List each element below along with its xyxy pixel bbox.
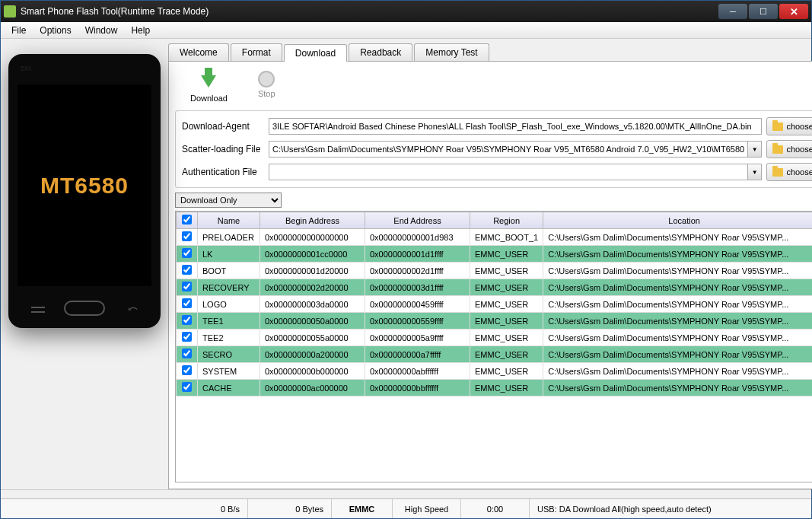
cell-end: 0x00000000bbffffff — [365, 380, 470, 396]
cell-name: LOGO — [198, 296, 260, 313]
cell-location: C:\Users\Gsm Dalim\Documents\SYMPHONY Ro… — [543, 229, 812, 246]
phone-illustration: BM MT6580 ⤺ — [8, 54, 161, 328]
menu-help[interactable]: Help — [125, 24, 156, 37]
table-row[interactable]: LOGO0x0000000003da00000x000000000459ffff… — [177, 296, 813, 313]
cell-location: C:\Users\Gsm Dalim\Documents\SYMPHONY Ro… — [543, 246, 812, 263]
header-begin[interactable]: Begin Address — [260, 212, 365, 229]
cell-name: LK — [198, 246, 260, 263]
row-checkbox[interactable] — [182, 365, 192, 375]
stop-button[interactable]: Stop — [258, 71, 275, 103]
da-input[interactable]: 3ILE SOFTAR\Android Based Chinese Phones… — [269, 118, 762, 135]
check-all[interactable] — [182, 215, 192, 224]
download-label: Download — [190, 94, 228, 103]
phone-home-icon — [64, 301, 105, 316]
table-row[interactable]: SECRO0x000000000a2000000x000000000a7ffff… — [177, 346, 813, 363]
download-button[interactable]: Download — [190, 71, 228, 103]
row-scatter: Scatter-loading File C:\Users\Gsm Dalim\… — [182, 140, 812, 158]
window-controls: ─ ☐ ✕ — [718, 4, 808, 19]
row-checkbox[interactable] — [182, 315, 192, 325]
row-checkbox[interactable] — [182, 349, 192, 358]
folder-icon — [772, 145, 783, 154]
window-title: Smart Phone Flash Tool(Runtime Trace Mod… — [21, 6, 718, 17]
cell-end: 0x000000000559ffff — [365, 313, 470, 330]
menu-file[interactable]: File — [5, 24, 32, 37]
table-row[interactable]: LK0x0000000001cc00000x0000000001d1ffffEM… — [177, 246, 813, 263]
left-pane: BM MT6580 ⤺ — [1, 39, 168, 489]
cell-begin: 0x0000000003da0000 — [260, 296, 365, 313]
right-pane: Welcome Format Download Readback Memory … — [168, 39, 812, 489]
da-choose-button[interactable]: choose — [766, 117, 812, 135]
table-row[interactable]: SYSTEM0x000000000b0000000x00000000abffff… — [177, 363, 813, 380]
choose-label: choose — [786, 145, 812, 154]
header-name[interactable]: Name — [198, 212, 260, 229]
cell-location: C:\Users\Gsm Dalim\Documents\SYMPHONY Ro… — [543, 346, 812, 363]
row-checkbox[interactable] — [182, 282, 192, 291]
cell-location: C:\Users\Gsm Dalim\Documents\SYMPHONY Ro… — [543, 380, 812, 396]
cell-begin: 0x0000000001cc0000 — [260, 246, 365, 263]
close-button[interactable]: ✕ — [779, 4, 808, 19]
cell-region: EMMC_USER — [470, 263, 543, 279]
tab-format[interactable]: Format — [231, 43, 282, 61]
auth-choose-button[interactable]: choose — [766, 163, 812, 181]
cell-begin: 0x00000000055a0000 — [260, 330, 365, 346]
cell-name: SYSTEM — [198, 363, 260, 380]
cell-location: C:\Users\Gsm Dalim\Documents\SYMPHONY Ro… — [543, 296, 812, 313]
titlebar[interactable]: Smart Phone Flash Tool(Runtime Trace Mod… — [1, 1, 811, 22]
da-label: Download-Agent — [182, 121, 264, 132]
menu-window[interactable]: Window — [79, 24, 124, 37]
table-row[interactable]: RECOVERY0x0000000002d200000x0000000003d1… — [177, 279, 813, 296]
row-checkbox[interactable] — [182, 248, 192, 258]
auth-input[interactable] — [269, 164, 748, 180]
tab-memory-test[interactable]: Memory Test — [414, 43, 489, 61]
cell-begin: 0x000000000b000000 — [260, 363, 365, 380]
mode-select[interactable]: Download Only — [175, 193, 282, 208]
table-row[interactable]: BOOT0x0000000001d200000x0000000002d1ffff… — [177, 263, 813, 279]
auth-dropdown-button[interactable]: ▼ — [748, 164, 762, 180]
status-storage: EMMC — [332, 499, 393, 518]
tab-readback[interactable]: Readback — [349, 43, 412, 61]
cell-region: EMMC_USER — [470, 330, 543, 346]
cell-end: 0x000000000a7fffff — [365, 346, 470, 363]
scatter-dropdown-button[interactable]: ▼ — [748, 141, 762, 158]
cell-name: BOOT — [198, 263, 260, 279]
scatter-input[interactable]: C:\Users\Gsm Dalim\Documents\SYMPHONY Ro… — [269, 141, 748, 158]
status-bytes: 0 Bytes — [248, 499, 332, 518]
phone-badge: BM — [21, 65, 31, 72]
choose-label: choose — [786, 122, 812, 131]
phone-screen: MT6580 — [18, 84, 151, 286]
cell-name: RECOVERY — [198, 279, 260, 296]
main-area: BM MT6580 ⤺ Welcome Format Download Read… — [1, 39, 811, 489]
row-checkbox[interactable] — [182, 382, 192, 392]
header-checkbox[interactable] — [177, 212, 198, 229]
stop-label: Stop — [258, 89, 275, 98]
table-row[interactable]: TEE10x00000000050a00000x000000000559ffff… — [177, 313, 813, 330]
table-row[interactable]: PRELOADER0x00000000000000000x00000000000… — [177, 229, 813, 246]
partition-table[interactable]: Name Begin Address End Address Region Lo… — [175, 211, 812, 482]
scatter-choose-button[interactable]: choose — [766, 140, 812, 158]
row-checkbox[interactable] — [182, 231, 192, 241]
phone-back-icon: ⤺ — [128, 301, 138, 316]
row-checkbox[interactable] — [182, 298, 192, 308]
status-speed: High Speed — [393, 499, 461, 518]
row-checkbox[interactable] — [182, 265, 192, 275]
cell-location: C:\Users\Gsm Dalim\Documents\SYMPHONY Ro… — [543, 313, 812, 330]
header-region[interactable]: Region — [470, 212, 543, 229]
menu-options[interactable]: Options — [33, 24, 77, 37]
row-checkbox[interactable] — [182, 332, 192, 342]
tab-download[interactable]: Download — [284, 44, 347, 62]
tab-welcome[interactable]: Welcome — [168, 43, 229, 61]
cell-name: SECRO — [198, 346, 260, 363]
cell-end: 0x0000000001d1ffff — [365, 246, 470, 263]
minimize-button[interactable]: ─ — [718, 4, 747, 19]
status-mode: USB: DA Download All(high speed,auto det… — [530, 499, 811, 518]
maximize-button[interactable]: ☐ — [749, 4, 778, 19]
header-end[interactable]: End Address — [365, 212, 470, 229]
cell-location: C:\Users\Gsm Dalim\Documents\SYMPHONY Ro… — [543, 363, 812, 380]
cell-region: EMMC_USER — [470, 296, 543, 313]
table-row[interactable]: CACHE0x00000000ac0000000x00000000bbfffff… — [177, 380, 813, 396]
cell-region: EMMC_BOOT_1 — [470, 229, 543, 246]
header-location[interactable]: Location — [543, 212, 812, 229]
menubar: File Options Window Help — [1, 22, 811, 39]
cell-end: 0x000000000001d983 — [365, 229, 470, 246]
table-row[interactable]: TEE20x00000000055a00000x0000000005a9ffff… — [177, 330, 813, 346]
